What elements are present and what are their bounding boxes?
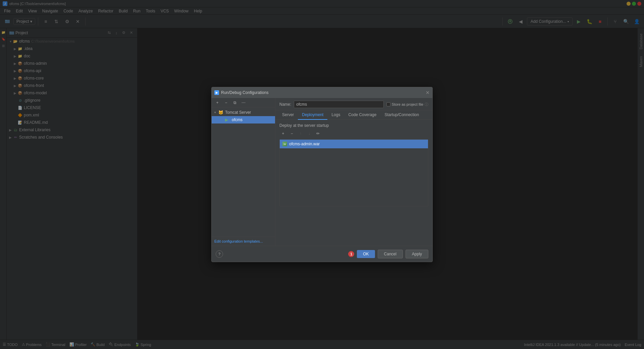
- store-as-project-file-area: Store as project file ⓘ: [386, 102, 428, 107]
- dialog-copy-config-button[interactable]: ⧉: [231, 99, 238, 106]
- dialog-ok-button[interactable]: OK: [357, 250, 375, 258]
- name-input[interactable]: [294, 101, 384, 108]
- dialog-help-button[interactable]: ?: [216, 250, 223, 258]
- error-badge: 1: [348, 251, 354, 257]
- deploy-edit-button[interactable]: ✏: [314, 130, 322, 137]
- dialog-title-bar: ▶ Run/Debug Configurations ✕: [212, 87, 432, 98]
- dialog-app-icon: ▶: [214, 90, 219, 95]
- dialog-left-panel: + − ⧉ ⋯ ▾ 🐱 Tomcat Server ▶ ▶: [212, 98, 275, 246]
- dialog-title: Run/Debug Configurations: [221, 90, 268, 95]
- store-as-project-file-checkbox[interactable]: [386, 102, 390, 106]
- dialog-right-panel: Name: Store as project file ⓘ Server Dep…: [275, 98, 432, 246]
- dialog-right-header: Name: Store as project file ⓘ: [275, 98, 432, 110]
- dialog-tab-content: Deploy at the server startup + − ↑ ↓ ✏ W…: [275, 120, 432, 246]
- edit-templates-link[interactable]: Edit configuration templates...: [214, 239, 263, 243]
- tab-startup-connection[interactable]: Startup/Connection: [380, 110, 423, 120]
- deploy-item-ofcms-admin[interactable]: W ofcms-admin.war: [280, 140, 428, 148]
- tab-server[interactable]: Server: [278, 110, 298, 120]
- dialog-apply-button[interactable]: Apply: [406, 250, 428, 258]
- dialog-footer: ? 1 OK Cancel Apply: [212, 246, 432, 262]
- deploy-remove-button[interactable]: −: [288, 130, 296, 137]
- deploy-list: W ofcms-admin.war: [279, 139, 428, 206]
- dialog-more-button[interactable]: ⋯: [240, 99, 247, 106]
- dialog-tree-group-tomcat[interactable]: ▾ 🐱 Tomcat Server: [212, 109, 275, 116]
- dialog-body: + − ⧉ ⋯ ▾ 🐱 Tomcat Server ▶ ▶: [212, 98, 432, 246]
- tomcat-icon: 🐱: [218, 110, 224, 115]
- name-label: Name:: [279, 102, 291, 107]
- deploy-section-label: Deploy at the server startup: [279, 123, 428, 128]
- war-icon: W: [282, 142, 287, 146]
- dialog-add-config-button[interactable]: +: [214, 99, 221, 106]
- deploy-toolbar: + − ↑ ↓ ✏: [279, 130, 428, 137]
- store-as-project-file-label: Store as project file: [392, 102, 423, 106]
- deploy-move-down-button[interactable]: ↓: [306, 130, 313, 137]
- dialog-close-button[interactable]: ✕: [426, 90, 430, 95]
- dialog-tabs: Server Deployment Logs Code Coverage Sta…: [275, 110, 432, 120]
- dialog-left-footer: Edit configuration templates...: [212, 237, 275, 246]
- dialog-left-toolbar: + − ⧉ ⋯: [212, 98, 275, 107]
- tab-code-coverage[interactable]: Code Coverage: [344, 110, 380, 120]
- ofcms-config-icon: ▶: [225, 117, 230, 122]
- deploy-add-button[interactable]: +: [279, 130, 287, 137]
- store-help-icon: ⓘ: [425, 102, 428, 107]
- dialog-config-tree: ▾ 🐱 Tomcat Server ▶ ▶ ofcms: [212, 107, 275, 237]
- tab-logs[interactable]: Logs: [327, 110, 344, 120]
- deploy-move-up-button[interactable]: ↑: [297, 130, 304, 137]
- dialog-overlay: ▶ Run/Debug Configurations ✕ + − ⧉ ⋯ ▾ 🐱: [0, 0, 644, 349]
- dialog-cancel-button[interactable]: Cancel: [378, 250, 403, 258]
- dialog-remove-config-button[interactable]: −: [222, 99, 230, 106]
- dialog-tree-item-ofcms[interactable]: ▶ ▶ ofcms: [212, 116, 275, 123]
- tab-deployment[interactable]: Deployment: [298, 110, 327, 120]
- run-debug-dialog: ▶ Run/Debug Configurations ✕ + − ⧉ ⋯ ▾ 🐱: [211, 87, 433, 262]
